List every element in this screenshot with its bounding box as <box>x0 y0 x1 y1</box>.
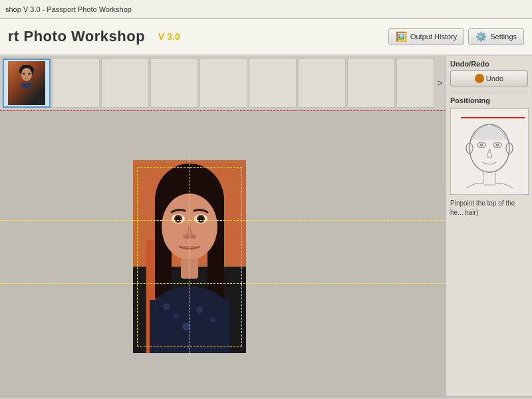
undo-redo-buttons: Undo <box>450 70 528 86</box>
positioning-face-svg <box>453 112 526 192</box>
svg-rect-21 <box>181 259 198 279</box>
positioning-red-line <box>461 117 525 118</box>
thumbnail-empty-6[interactable] <box>298 59 346 108</box>
main-area: > <box>0 56 532 396</box>
svg-point-20 <box>190 235 196 239</box>
red-guide-line <box>0 110 446 111</box>
app-title: rt Photo Workshop <box>8 28 145 45</box>
right-sidebar: Undo/Redo Undo Positioning <box>446 56 532 396</box>
header: rt Photo Workshop V 3.0 🖼️ Output Histor… <box>0 19 532 56</box>
undo-icon <box>475 74 484 83</box>
undo-redo-label: Undo/Redo <box>450 60 528 68</box>
positioning-diagram <box>450 108 529 195</box>
thumbnail-empty-2[interactable] <box>101 59 149 108</box>
svg-point-19 <box>183 235 190 239</box>
thumbnail-empty-1[interactable] <box>52 59 100 108</box>
thumbnail-empty-7[interactable] <box>347 59 395 108</box>
svg-point-25 <box>174 314 179 319</box>
photo-container[interactable] <box>133 160 246 353</box>
thumbnail-scroll-arrow[interactable]: > <box>434 56 446 110</box>
thumbnail-empty-5[interactable] <box>249 59 297 108</box>
svg-point-28 <box>182 323 190 331</box>
settings-button[interactable]: ⚙️ Settings <box>468 28 524 45</box>
thumbnail-photo <box>8 61 45 105</box>
person-photo-svg <box>133 160 246 353</box>
svg-point-15 <box>176 217 181 221</box>
svg-point-27 <box>210 317 215 323</box>
settings-icon: ⚙️ <box>475 31 487 42</box>
svg-point-4 <box>26 76 28 77</box>
canvas-area[interactable] <box>0 110 446 396</box>
svg-rect-5 <box>21 83 32 88</box>
output-history-icon: 🖼️ <box>396 31 407 42</box>
thumbnail-empty-3[interactable] <box>150 59 198 108</box>
positioning-instructions: Pinpoint the top of the he... hair) <box>450 199 528 217</box>
thumbnail-empty-4[interactable] <box>200 59 247 108</box>
svg-point-34 <box>480 144 483 147</box>
positioning-label: Positioning <box>450 92 528 104</box>
title-bar-text: shop V 3.0 - Passport Photo Workshop <box>5 5 132 13</box>
svg-point-18 <box>199 217 203 221</box>
content-area: > <box>0 56 446 396</box>
bottom-bar: 🖼️ Registration ◀ Previous <box>0 396 532 399</box>
version-label: V 3.0 <box>158 31 180 42</box>
output-history-button[interactable]: 🖼️ Output History <box>388 28 464 45</box>
photo-background <box>133 160 246 353</box>
svg-point-24 <box>163 303 170 310</box>
svg-rect-36 <box>483 172 495 185</box>
thumbnail-strip: > <box>0 56 446 110</box>
header-buttons: 🖼️ Output History ⚙️ Settings <box>388 28 524 45</box>
svg-point-35 <box>496 144 499 147</box>
svg-point-2 <box>23 72 25 74</box>
undo-button[interactable]: Undo <box>450 70 528 86</box>
title-bar: shop V 3.0 - Passport Photo Workshop <box>0 0 532 19</box>
svg-point-3 <box>28 72 31 74</box>
thumbnail-face-svg <box>18 65 35 88</box>
svg-point-26 <box>196 307 203 313</box>
thumbnail-selected[interactable] <box>3 59 51 108</box>
